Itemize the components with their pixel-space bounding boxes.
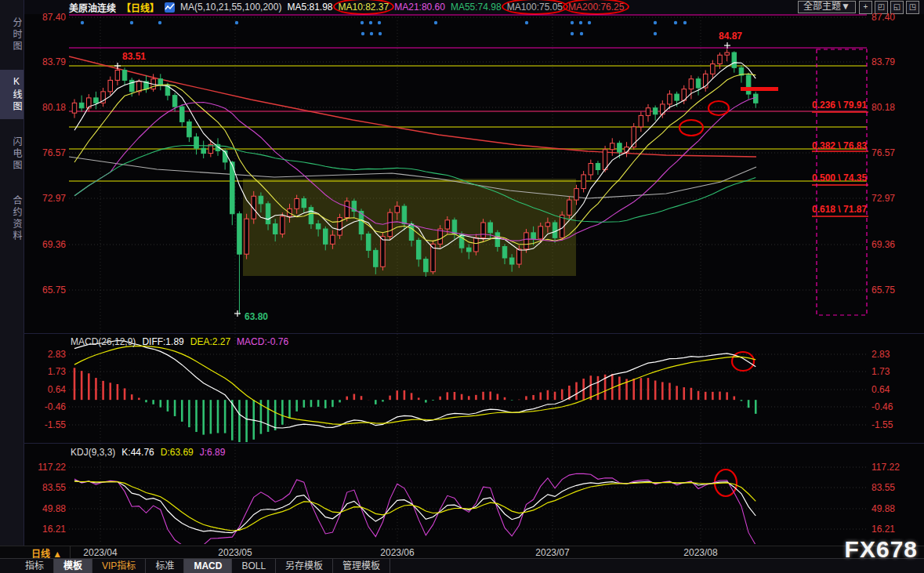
svg-text:76.57: 76.57 bbox=[871, 147, 895, 158]
resistance-mark-bar bbox=[741, 87, 778, 91]
ma200-line bbox=[69, 56, 756, 157]
candle bbox=[245, 219, 249, 254]
candle bbox=[488, 223, 493, 233]
chart-canvas[interactable]: 87.4087.4083.7983.7980.1880.1876.5776.57… bbox=[0, 0, 924, 573]
sidebar-item-0[interactable]: 分时图 bbox=[0, 11, 24, 59]
candle bbox=[574, 189, 579, 200]
candle bbox=[618, 143, 622, 152]
price-annotation: 63.80 bbox=[245, 311, 268, 322]
candle bbox=[359, 212, 364, 234]
app-window: 分时图K线图闪电图合约资料 美原油连续 【日线】 MA(5,10,21,55,1… bbox=[0, 0, 924, 573]
left-sidebar: 分时图K线图闪电图合约资料 bbox=[0, 0, 24, 546]
kline-icon bbox=[165, 2, 175, 13]
symbol-title: 美原油连续 bbox=[69, 1, 116, 14]
svg-text:80.18: 80.18 bbox=[871, 102, 895, 113]
sidebar-item-3[interactable]: 合约资料 bbox=[0, 189, 24, 248]
svg-text:117.22: 117.22 bbox=[38, 462, 66, 473]
candle bbox=[639, 115, 643, 126]
toolbar-tab-4[interactable]: MACD bbox=[184, 559, 232, 573]
svg-text:83.79: 83.79 bbox=[871, 56, 895, 67]
price-annotation: 84.87 bbox=[719, 31, 742, 42]
candle bbox=[395, 206, 400, 212]
candle bbox=[216, 144, 220, 151]
pane-shift-right-icon[interactable]: ◳ bbox=[906, 1, 919, 14]
pane-shift-left-icon[interactable]: ◱ bbox=[890, 1, 904, 14]
svg-text:117.22: 117.22 bbox=[871, 462, 900, 473]
svg-text:65.75: 65.75 bbox=[42, 285, 66, 296]
annotation-ellipse bbox=[708, 101, 729, 115]
move-icon[interactable]: + bbox=[859, 1, 872, 14]
svg-text:1.73: 1.73 bbox=[871, 366, 890, 377]
candle bbox=[675, 94, 679, 100]
candle bbox=[545, 223, 550, 227]
dashed-projection-box bbox=[817, 49, 867, 315]
candle bbox=[281, 216, 285, 234]
fib-levels: 0.236 \ 79.910.382 \ 76.830.500 \ 74.350… bbox=[812, 100, 868, 216]
sidebar-item-2[interactable]: 闪电图 bbox=[0, 130, 24, 178]
toolbar-tab-0[interactable]: 指标 bbox=[16, 559, 54, 573]
toolbar-tab-5[interactable]: BOLL bbox=[232, 559, 276, 573]
candle bbox=[94, 98, 99, 103]
candle bbox=[101, 92, 106, 103]
candle bbox=[582, 175, 586, 189]
svg-text:49.88: 49.88 bbox=[871, 503, 895, 514]
bottom-toolbar: 指标模板VIP指标标准MACDBOLL另存模板管理模板 bbox=[0, 558, 924, 573]
candle bbox=[187, 121, 192, 136]
pane-layout-icon[interactable]: ◰ bbox=[875, 1, 888, 14]
ma55-line bbox=[74, 146, 756, 223]
candle bbox=[560, 215, 564, 238]
candle bbox=[79, 103, 84, 107]
macd-panel bbox=[74, 340, 756, 449]
ma-value-1: MA10:82.37 bbox=[339, 2, 390, 13]
candle bbox=[725, 53, 730, 55]
price-annotation: 83.51 bbox=[122, 51, 146, 62]
d-line bbox=[74, 481, 756, 531]
fib-label: 0.382 \ 76.83 bbox=[812, 140, 867, 151]
svg-text:-0.46: -0.46 bbox=[871, 401, 893, 412]
candle bbox=[746, 75, 751, 94]
sidebar-item-1[interactable]: K线图 bbox=[0, 70, 24, 119]
svg-text:-1.55: -1.55 bbox=[45, 419, 67, 430]
svg-text:1.73: 1.73 bbox=[48, 366, 67, 377]
date-axis-row: 日线 ▲ 2023/042023/052023/062023/072023/08 bbox=[0, 546, 924, 559]
candle bbox=[259, 196, 263, 204]
toolbar-tab-3[interactable]: 标准 bbox=[146, 559, 184, 573]
ma-lines bbox=[74, 63, 756, 250]
candle bbox=[266, 204, 270, 224]
candle bbox=[445, 220, 450, 229]
indicator-header-part: K:44.76 bbox=[121, 447, 154, 458]
candle bbox=[689, 79, 694, 89]
date-tick: 2023/06 bbox=[380, 547, 414, 558]
timeframe-label[interactable]: 【日线】 bbox=[121, 1, 159, 14]
candle bbox=[324, 229, 328, 244]
annotation-ellipse bbox=[715, 470, 737, 496]
candle bbox=[223, 151, 227, 161]
svg-text:16.21: 16.21 bbox=[42, 524, 66, 535]
indicator-header-part: MACD:-0.76 bbox=[237, 336, 288, 347]
indicator-header-part: D:63.69 bbox=[161, 447, 194, 458]
svg-text:83.55: 83.55 bbox=[42, 482, 66, 493]
toolbar-tab-1[interactable]: 模板 bbox=[54, 559, 92, 573]
candle bbox=[739, 67, 744, 75]
svg-text:83.79: 83.79 bbox=[42, 56, 66, 67]
toolbar-tab-2[interactable]: VIP指标 bbox=[92, 559, 146, 573]
candle bbox=[538, 227, 543, 239]
toolbar-tab-7[interactable]: 管理模板 bbox=[333, 559, 390, 573]
ma21-line bbox=[74, 97, 756, 241]
candle bbox=[122, 71, 127, 81]
chart-tool-buttons: +◰◱◳ bbox=[859, 1, 919, 14]
kdj-panel bbox=[74, 473, 756, 546]
indicator-header-part: KDJ(9,3,3) bbox=[71, 447, 115, 458]
candle bbox=[309, 208, 313, 224]
event-dots bbox=[81, 21, 687, 35]
svg-text:69.36: 69.36 bbox=[871, 239, 895, 250]
theme-dropdown-button[interactable]: 全部主题▼ bbox=[798, 1, 856, 13]
candle bbox=[589, 163, 593, 174]
annotation-ellipse bbox=[679, 120, 703, 136]
candle bbox=[172, 96, 177, 107]
fib-label: 0.618 \ 71.87 bbox=[812, 204, 867, 215]
candle bbox=[180, 107, 185, 121]
candle bbox=[696, 79, 701, 88]
toolbar-tab-6[interactable]: 另存模板 bbox=[276, 559, 333, 573]
svg-text:16.21: 16.21 bbox=[871, 524, 895, 535]
